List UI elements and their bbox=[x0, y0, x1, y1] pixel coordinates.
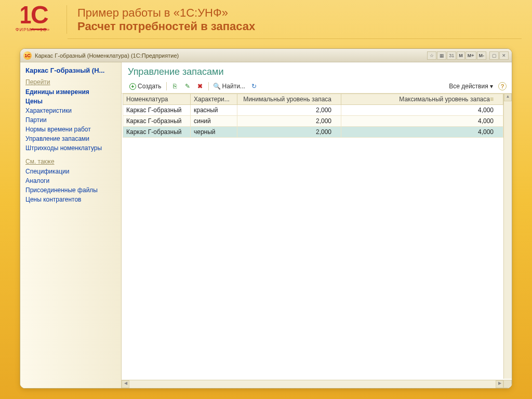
calendar-icon[interactable]: 31 bbox=[447, 51, 456, 60]
memory-mplus-button[interactable]: M+ bbox=[466, 51, 476, 60]
cell-characteristic: черный bbox=[191, 127, 237, 138]
cell-max: 4,000 bbox=[341, 127, 503, 138]
create-button[interactable]: + Создать bbox=[127, 82, 164, 91]
scroll-up-icon[interactable]: ▲ bbox=[504, 94, 512, 101]
sidebar-item-goto[interactable]: Единицы измерения bbox=[25, 87, 116, 97]
separator bbox=[208, 82, 209, 90]
edit-button[interactable]: ✎ bbox=[181, 82, 194, 91]
sidebar-section-see: См. также bbox=[25, 158, 116, 165]
col-nomenclature[interactable]: Номенклатура bbox=[123, 94, 191, 105]
table-row[interactable]: Каркас Г-образныйкрасный2,0004,000 bbox=[123, 105, 503, 116]
horizontal-scrollbar[interactable]: ◀ ▶ bbox=[122, 380, 503, 388]
cell-characteristic: синий bbox=[191, 116, 237, 127]
sidebar: Каркас Г-образный (Н... Перейти Единицы … bbox=[20, 62, 122, 388]
close-button[interactable]: ✕ bbox=[499, 51, 509, 60]
refresh-icon: ↻ bbox=[250, 83, 258, 90]
app-icon: 1С bbox=[23, 51, 32, 60]
sidebar-item-goto[interactable]: Нормы времени работ bbox=[25, 125, 116, 134]
scroll-left-icon[interactable]: ◀ bbox=[122, 380, 129, 388]
titlebar: 1С Каркас Г-образный (Номенклатура) (1С:… bbox=[20, 49, 512, 62]
cell-characteristic: красный bbox=[191, 105, 237, 116]
sidebar-item-see[interactable]: Спецификации bbox=[25, 167, 116, 176]
memory-mminus-button[interactable]: M- bbox=[477, 51, 487, 60]
cell-max: 4,000 bbox=[341, 116, 503, 127]
logo: 11СС ФИРМА «1С» bbox=[4, 5, 61, 32]
content-title: Управление запасами bbox=[122, 62, 512, 81]
logo-text: 11СС bbox=[19, 5, 46, 25]
vertical-scrollbar[interactable]: ▲ bbox=[503, 94, 512, 379]
sort-icon[interactable]: ≡ bbox=[490, 96, 494, 103]
cell-nomenclature: Каркас Г-образный bbox=[123, 127, 191, 138]
sidebar-item-goto[interactable]: Партии bbox=[25, 115, 116, 125]
sidebar-section-goto: Перейти bbox=[25, 78, 116, 86]
sidebar-item-goto[interactable]: Характеристики bbox=[25, 106, 116, 115]
sidebar-item-goto[interactable]: Штрихкоды номенклатуры bbox=[25, 143, 116, 153]
refresh-button[interactable]: ↻ bbox=[248, 82, 260, 91]
sidebar-item-see[interactable]: Цены контрагентов bbox=[25, 195, 116, 204]
col-min-stock[interactable]: Минимальный уровень запаса bbox=[237, 94, 341, 105]
sidebar-item-see[interactable]: Аналоги bbox=[25, 176, 116, 185]
plus-icon: + bbox=[129, 83, 136, 90]
window-title: Каркас Г-образный (Номенклатура) (1С:Пре… bbox=[35, 52, 179, 59]
divider bbox=[68, 38, 522, 39]
slide-subtitle: Расчет потребностей в запасах bbox=[77, 20, 522, 33]
pencil-icon: ✎ bbox=[184, 83, 191, 90]
search-icon: 🔍 bbox=[214, 83, 221, 90]
cell-max: 4,000 bbox=[341, 105, 503, 116]
data-table: Номенклатура Характери... Минимальный ур… bbox=[123, 94, 503, 138]
cell-min: 2,000 bbox=[237, 116, 341, 127]
copy-icon: ⎘ bbox=[171, 83, 179, 90]
toolbar: + Создать ⎘ ✎ ✖ 🔍 Найти... ↻ Все действи… bbox=[122, 81, 512, 94]
favorite-icon[interactable]: ☆ bbox=[427, 51, 436, 60]
cell-min: 2,000 bbox=[237, 127, 341, 138]
help-button[interactable]: ? bbox=[498, 82, 507, 90]
create-label: Создать bbox=[138, 83, 162, 90]
scroll-right-icon[interactable]: ▶ bbox=[496, 380, 503, 388]
cell-nomenclature: Каркас Г-образный bbox=[123, 116, 191, 127]
find-label: Найти... bbox=[222, 83, 245, 90]
memory-m-button[interactable]: M bbox=[457, 51, 465, 60]
col-max-stock[interactable]: Максимальный уровень запаса≡ bbox=[341, 94, 503, 105]
table-row[interactable]: Каркас Г-образныйчерный2,0004,000 bbox=[123, 127, 503, 138]
delete-icon: ✖ bbox=[196, 83, 204, 90]
find-button[interactable]: 🔍 Найти... bbox=[211, 82, 248, 91]
sidebar-item-goto[interactable]: Цены bbox=[25, 97, 116, 106]
sidebar-title[interactable]: Каркас Г-образный (Н... bbox=[25, 66, 116, 74]
sidebar-item-goto[interactable]: Управление запасами bbox=[25, 134, 116, 143]
cell-nomenclature: Каркас Г-образный bbox=[123, 105, 191, 116]
calculator-icon[interactable]: ▦ bbox=[437, 51, 446, 60]
copy-button[interactable]: ⎘ bbox=[169, 82, 181, 91]
col-characteristic[interactable]: Характери... bbox=[191, 94, 237, 105]
scroll-corner bbox=[503, 380, 512, 388]
cell-min: 2,000 bbox=[237, 105, 341, 116]
app-window: 1С Каркас Г-образный (Номенклатура) (1С:… bbox=[20, 48, 512, 389]
minimize-button[interactable]: ▢ bbox=[489, 51, 499, 60]
delete-button[interactable]: ✖ bbox=[194, 82, 206, 91]
all-actions-button[interactable]: Все действия ▾ bbox=[447, 82, 495, 91]
slide-title: Пример работы в «1С:УНФ» bbox=[77, 6, 522, 20]
table-row[interactable]: Каркас Г-образныйсиний2,0004,000 bbox=[123, 116, 503, 127]
sidebar-item-see[interactable]: Присоединенные файлы bbox=[25, 185, 116, 195]
content-area: Управление запасами + Создать ⎘ ✎ ✖ 🔍 На… bbox=[122, 62, 512, 388]
separator bbox=[166, 82, 167, 90]
